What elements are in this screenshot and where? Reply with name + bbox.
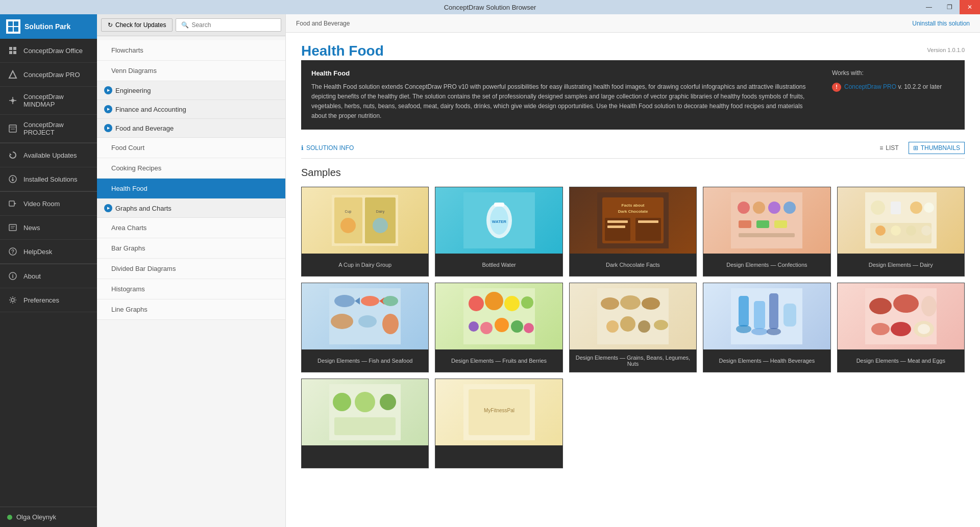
svg-point-109	[921, 296, 937, 316]
close-button[interactable]: ✕	[960, 0, 980, 14]
thumb-image-cup-dairy: Cup Dairy	[302, 187, 428, 254]
user-status-dot	[7, 515, 12, 520]
app-logo	[6, 19, 20, 34]
svg-point-92	[620, 295, 641, 310]
window-title: ConceptDraw Solution Browser	[444, 4, 536, 11]
minimize-button[interactable]: —	[919, 0, 939, 14]
thumb-grains[interactable]: Design Elements — Grains, Beans, Legumes…	[569, 283, 697, 372]
conceptdraw-office-icon	[7, 45, 18, 56]
thumb-health-beverages[interactable]: Design Elements — Health Beverages	[703, 283, 830, 372]
uninstall-link[interactable]: Uninstall this solution	[912, 20, 970, 27]
nav-category-food-beverage[interactable]: Food and Beverage	[97, 119, 285, 138]
search-icon: 🔍	[181, 21, 189, 29]
list-view-button[interactable]: ≡ LIST	[875, 142, 903, 154]
svg-point-113	[918, 324, 930, 334]
svg-point-62	[871, 200, 885, 215]
svg-text:Dark Chocolate: Dark Chocolate	[618, 209, 648, 214]
nav-item-divided-bar[interactable]: Divided Bar Diagrams	[97, 259, 285, 279]
thumb-dairy[interactable]: Design Elements — Dairy	[837, 187, 965, 277]
thumb-cup-dairy[interactable]: Cup Dairy A Cup in Dairy Group	[301, 187, 429, 277]
svg-text:?: ?	[11, 249, 14, 255]
nav-category-finance[interactable]: Finance and Accounting	[97, 100, 285, 119]
user-item[interactable]: Olga Oleynyk	[0, 507, 97, 527]
nav-item-venn[interactable]: Venn Diagrams	[97, 61, 285, 81]
sidebar-item-preferences[interactable]: Preferences	[0, 288, 97, 312]
nav-item-line-graphs[interactable]: Line Graphs	[97, 299, 285, 320]
conceptdraw-link[interactable]: ConceptDraw PRO	[844, 83, 896, 90]
search-input[interactable]	[191, 21, 276, 29]
sidebar-item-mindmap[interactable]: ConceptDraw MINDMAP	[0, 87, 97, 115]
svg-point-117	[380, 394, 396, 410]
nav-category-graphs[interactable]: Graphs and Charts	[97, 199, 285, 218]
thumb-12[interactable]: MyFitnessPal	[435, 379, 562, 468]
restore-button[interactable]: ❐	[939, 0, 960, 14]
thumb-dark-chocolate[interactable]: Facts about Dark Chocolate Dark Chocolat…	[569, 187, 697, 277]
thumb-fish-seafood[interactable]: Design Elements — Fish and Seafood	[301, 283, 429, 372]
updates-icon	[7, 149, 18, 161]
view-toggle: ≡ LIST ⊞ THUMBNAILS	[875, 142, 965, 154]
thumb-label-confections: Design Elements — Confections	[703, 254, 830, 276]
solution-info-link[interactable]: ℹ SOLUTION INFO	[301, 144, 354, 152]
sidebar-item-conceptdraw-office[interactable]: ConceptDraw Office	[0, 39, 97, 63]
nav-item-bar-graphs[interactable]: Bar Graphs	[97, 238, 285, 259]
video-icon	[7, 198, 18, 209]
thumb-fruits-berries[interactable]: Design Elements — Fruits and Berries	[435, 283, 562, 372]
video-label: Video Room	[23, 200, 60, 208]
svg-rect-1	[14, 21, 18, 26]
preferences-label: Preferences	[23, 296, 59, 304]
thumb-confections[interactable]: Design Elements — Confections	[703, 187, 830, 277]
svg-point-9	[11, 99, 14, 102]
svg-rect-100	[754, 301, 765, 329]
thumb-image-bottled-water: WATER	[435, 187, 562, 254]
right-content: Food and Beverage Uninstall this solutio…	[286, 14, 980, 527]
sidebar-item-installed[interactable]: Installed Solutions	[0, 167, 97, 191]
svg-rect-41	[494, 203, 504, 207]
svg-point-72	[334, 295, 355, 307]
news-label: News	[23, 224, 40, 232]
svg-point-70	[921, 225, 932, 236]
nav-item-flowcharts[interactable]: Flowcharts	[97, 40, 285, 61]
installed-icon	[7, 173, 18, 185]
desc-body: The Health Food solution extends Concept…	[311, 83, 805, 120]
thumb-bottled-water[interactable]: WATER Bottled Water	[435, 187, 562, 277]
mindmap-icon	[7, 95, 18, 106]
svg-rect-49	[607, 220, 628, 223]
svg-point-81	[469, 296, 484, 311]
svg-point-111	[891, 322, 911, 336]
svg-point-93	[642, 297, 660, 310]
svg-point-68	[891, 225, 901, 236]
nav-item-cooking-recipes[interactable]: Cooking Recipes	[97, 158, 285, 179]
sidebar-item-helpdesk[interactable]: ? HelpDesk	[0, 240, 97, 264]
svg-point-37	[373, 218, 388, 233]
about-icon: i	[7, 270, 18, 282]
middle-panel: ↻ Check for Updates 🔍 Flowcharts Venn Di…	[97, 14, 286, 527]
svg-point-97	[654, 320, 668, 330]
svg-marker-22	[14, 203, 16, 205]
svg-point-79	[382, 314, 399, 334]
window-controls: — ❐ ✕	[919, 0, 980, 14]
sidebar-item-project[interactable]: ConceptDraw PROJECT	[0, 115, 97, 143]
nav-item-area-charts[interactable]: Area Charts	[97, 218, 285, 238]
sidebar-item-video[interactable]: Video Room	[0, 192, 97, 216]
nav-item-histograms[interactable]: Histograms	[97, 279, 285, 299]
thumbnails-view-button[interactable]: ⊞ THUMBNAILS	[909, 142, 965, 154]
sidebar-item-updates[interactable]: Available Updates	[0, 143, 97, 167]
check-updates-button[interactable]: ↻ Check for Updates	[101, 18, 173, 32]
thumb-meat-eggs[interactable]: Design Elements — Meat and Eggs	[837, 283, 965, 372]
thumb-11[interactable]	[301, 379, 429, 468]
sidebar-item-news[interactable]: News	[0, 216, 97, 240]
thumb-image-fruits-berries	[435, 283, 562, 349]
svg-rect-2	[8, 27, 13, 32]
thumb-label-dark-chocolate: Dark Chocolate Facts	[570, 254, 696, 276]
thumb-label-fish-seafood: Design Elements — Fish and Seafood	[302, 349, 428, 372]
svg-rect-14	[9, 125, 16, 132]
refresh-icon: ↻	[108, 21, 113, 29]
nav-category-engineering[interactable]: Engineering	[97, 81, 285, 100]
svg-rect-7	[13, 51, 16, 54]
sidebar-item-about[interactable]: i About	[0, 264, 97, 288]
sidebar-item-conceptdraw-pro[interactable]: ConceptDraw PRO	[0, 63, 97, 87]
svg-rect-21	[9, 201, 14, 206]
nav-item-food-court[interactable]: Food Court	[97, 138, 285, 158]
works-link[interactable]: ConceptDraw PRO v. 10.2.2 or later	[844, 82, 942, 92]
nav-item-health-food[interactable]: Health Food	[97, 179, 285, 199]
